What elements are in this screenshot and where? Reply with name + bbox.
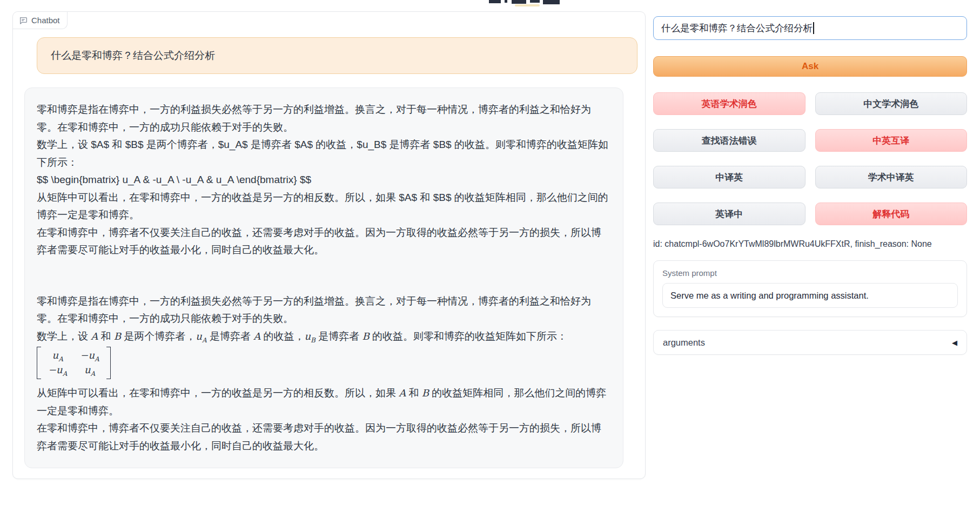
action-button-english-academic-polish[interactable]: 英语学术润色 — [653, 92, 806, 115]
main-content: Chatbot 什么是零和博弈？结合公式介绍分析 零和博弈是指在博弈中，一方的利… — [0, 0, 980, 479]
bot-rendered-block: 零和博弈是指在博弈中，一方的利益损失必然等于另一方的利益增益。换言之，对于每一种… — [37, 293, 611, 455]
system-prompt-value: Serve me as a writing and programming as… — [670, 291, 869, 301]
accordion-collapse-icon: ◀ — [952, 339, 957, 347]
action-button-chinese-academic-polish[interactable]: 中文学术润色 — [815, 92, 968, 115]
user-message-bubble: 什么是零和博弈？结合公式介绍分析 — [37, 37, 637, 74]
arguments-accordion[interactable]: arguments ◀ — [653, 330, 967, 355]
bot-raw-paragraph: 在零和博弈中，博弈者不仅要关注自己的收益，还需要考虑对手的收益。因为一方取得的收… — [37, 224, 611, 259]
system-prompt-input[interactable]: Serve me as a writing and programming as… — [662, 283, 958, 308]
action-button-find-grammar-errors[interactable]: 查找语法错误 — [653, 129, 806, 152]
clipped-title-glyph — [543, 0, 560, 4]
actions-grid: 英语学术润色 中文学术润色 查找语法错误 中英互译 中译英 学术中译英 英译中 … — [653, 92, 967, 225]
matrix-cell: −uA — [80, 348, 99, 363]
action-button-explain-code[interactable]: 解释代码 — [815, 203, 968, 225]
chatbot-label: Chatbot — [13, 12, 68, 29]
user-message-text: 什么是零和博弈？结合公式介绍分析 — [51, 47, 623, 64]
action-button-en-to-zh[interactable]: 英译中 — [653, 203, 806, 225]
matrix-left-bracket — [37, 347, 41, 379]
system-prompt-label: System prompt — [662, 268, 958, 278]
matrix-cell: −uA — [48, 363, 67, 378]
matrix-cell: uA — [80, 363, 99, 378]
controls-column: 什么是零和博弈？结合公式介绍分析 Ask 英语学术润色 中文学术润色 查找语法错… — [653, 11, 967, 479]
payoff-matrix: uA −uA −uA uA — [37, 347, 111, 379]
ask-button[interactable]: Ask — [653, 56, 967, 77]
matrix-cells: uA −uA −uA uA — [41, 347, 106, 379]
bot-raw-paragraph: 零和博弈是指在博弈中，一方的利益损失必然等于另一方的利益增益。换言之，对于每一种… — [37, 101, 611, 136]
bot-raw-paragraph: 从矩阵中可以看出，在零和博弈中，一方的收益是另一方的相反数。所以，如果 $A$ … — [37, 189, 611, 224]
clipped-title-highlight — [515, 4, 540, 6]
bot-message-bubble: 零和博弈是指在博弈中，一方的利益损失必然等于另一方的利益增益。换言之，对于每一种… — [24, 87, 623, 468]
clipped-title-glyph — [512, 0, 526, 4]
bot-raw-markdown-block: 零和博弈是指在博弈中，一方的利益损失必然等于另一方的利益增益。换言之，对于每一种… — [37, 101, 611, 259]
bot-rendered-paragraph: 在零和博弈中，博弈者不仅要关注自己的收益，还需要考虑对手的收益。因为一方取得的收… — [37, 420, 611, 455]
text-caret — [813, 22, 814, 34]
bot-raw-paragraph: 数学上，设 $A$ 和 $B$ 是两个博弈者，$u_A$ 是博弈者 $A$ 的收… — [37, 136, 611, 171]
system-prompt-card: System prompt Serve me as a writing and … — [653, 260, 967, 317]
bot-message-gap — [37, 259, 611, 293]
page: Chatbot 什么是零和博弈？结合公式介绍分析 零和博弈是指在博弈中，一方的利… — [0, 0, 980, 519]
question-input-value: 什么是零和博弈？结合公式介绍分析 — [661, 22, 813, 35]
matrix-cell: uA — [48, 348, 67, 363]
action-button-academic-zh-to-en[interactable]: 学术中译英 — [815, 166, 968, 188]
bot-raw-latex-line: $$ \begin{bmatrix} u_A & -u_A \ -u_A & u… — [37, 171, 611, 188]
clipped-title-glyph — [489, 0, 501, 3]
bot-rendered-paragraph: 零和博弈是指在博弈中，一方的利益损失必然等于另一方的利益增益。换言之，对于每一种… — [37, 293, 611, 328]
clipped-title-glyph — [505, 0, 507, 3]
chatbot-label-text: Chatbot — [31, 16, 60, 25]
completion-meta-text: id: chatcmpl-6wOo7KrYTwMl89lbrMWRu4UkFFX… — [653, 239, 967, 249]
action-button-zh-to-en[interactable]: 中译英 — [653, 166, 806, 188]
accordion-label: arguments — [663, 338, 705, 348]
action-button-zh-en-mutual-translate[interactable]: 中英互译 — [815, 129, 968, 152]
bot-rendered-paragraph: 从矩阵中可以看出，在零和博弈中，一方的收益是另一方的相反数。所以，如果 A 和 … — [37, 385, 611, 420]
matrix-right-bracket — [106, 347, 111, 379]
question-input[interactable]: 什么是零和博弈？结合公式介绍分析 — [653, 16, 967, 40]
clipped-page-title — [489, 0, 565, 8]
clipped-title-glyph — [530, 0, 540, 3]
bot-rendered-paragraph: 数学上，设 A 和 B 是两个博弈者，uA 是博弈者 A 的收益，uB 是博弈者… — [37, 328, 611, 345]
chatbot-panel: Chatbot 什么是零和博弈？结合公式介绍分析 零和博弈是指在博弈中，一方的利… — [12, 11, 646, 479]
chatbot-column: Chatbot 什么是零和博弈？结合公式介绍分析 零和博弈是指在博弈中，一方的利… — [12, 11, 646, 479]
chat-bubble-icon — [19, 16, 28, 25]
